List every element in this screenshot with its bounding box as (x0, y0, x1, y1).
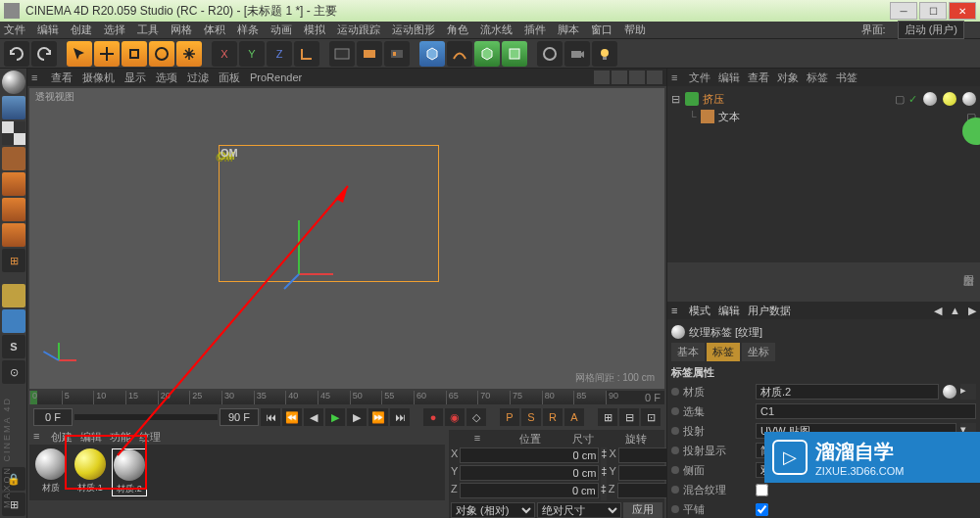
mat-tab-edit[interactable]: 编辑 (80, 430, 102, 445)
vp-nav-icon[interactable] (594, 71, 610, 84)
menu-file[interactable]: 文件 (4, 23, 25, 37)
attr-nav-prev-icon[interactable]: ◀ (934, 305, 942, 317)
object-name[interactable]: 挤压 (703, 92, 724, 107)
attr-anim-dot-icon[interactable] (671, 486, 679, 494)
vp-nav-icon[interactable] (629, 71, 645, 84)
vp-nav-icon[interactable] (647, 71, 662, 84)
vp-tab-display[interactable]: 显示 (124, 71, 146, 85)
om-tab-view[interactable]: 查看 (748, 71, 769, 85)
material-item[interactable]: 材质.2 (112, 448, 147, 496)
pb-opt3-button[interactable]: ⊡ (641, 408, 661, 426)
vp-tab-filter[interactable]: 过滤 (187, 71, 209, 85)
menu-simulate[interactable]: 模拟 (304, 23, 325, 37)
vp-tab-prorender[interactable]: ProRender (250, 71, 302, 83)
layout-select[interactable]: 启动 (用户) (898, 21, 964, 39)
edge-mode-button[interactable] (2, 198, 25, 221)
object-row-text[interactable]: └ 文本 ▢ (671, 108, 976, 125)
menu-volume[interactable]: 体积 (204, 23, 225, 37)
point-mode-button[interactable] (2, 172, 25, 196)
autokey-button[interactable]: ◉ (445, 408, 465, 426)
attr-nav-next-icon[interactable]: ▶ (968, 305, 976, 317)
render-view-button[interactable] (329, 41, 355, 67)
attr-anim-dot-icon[interactable] (671, 466, 679, 474)
vp-tab-options[interactable]: 选项 (156, 71, 177, 85)
menu-window[interactable]: 窗口 (591, 23, 612, 37)
menu-help[interactable]: 帮助 (624, 23, 646, 37)
menu-select[interactable]: 选择 (104, 23, 125, 37)
pb-opt1-button[interactable]: ⊞ (598, 408, 617, 426)
light-button[interactable] (592, 41, 617, 67)
texture-tag-icon[interactable] (943, 92, 956, 106)
next-key-button[interactable]: ⏩ (368, 408, 388, 426)
key-param-button[interactable]: A (564, 408, 584, 426)
attr-tab-mode[interactable]: 模式 (689, 304, 710, 318)
object-axis-gizmo[interactable] (279, 215, 338, 294)
attr-checkbox[interactable] (756, 484, 768, 496)
menu-pipeline[interactable]: 流水线 (480, 23, 513, 37)
attr-nav-up-icon[interactable]: ▲ (950, 305, 960, 316)
coord-pos-input[interactable] (460, 447, 599, 463)
attr-anim-dot-icon[interactable] (671, 505, 679, 513)
viewport-perspective[interactable]: 透视视图 OM 网格间距 : 100 cm (29, 88, 664, 389)
attr-picker-button[interactable]: ▸ (960, 384, 976, 400)
object-manager[interactable]: ⊟ 挤压 ▢ ✓ └ 文本 ▢ (667, 86, 980, 262)
tweak-mode-button[interactable] (2, 284, 25, 307)
attr-anim-dot-icon[interactable] (671, 407, 679, 415)
om-tab-tags[interactable]: 标签 (807, 71, 828, 85)
workplane-button[interactable] (2, 147, 25, 170)
om-tab-objects[interactable]: 对象 (777, 71, 799, 85)
snap-button[interactable]: S (2, 335, 25, 358)
om-tab-file[interactable]: 文件 (689, 71, 710, 85)
key-pos-button[interactable]: P (500, 408, 519, 426)
menu-mesh[interactable]: 网格 (171, 23, 192, 37)
coord-size-mode-select[interactable]: 绝对尺寸 (537, 502, 621, 518)
attr-tab-userdata[interactable]: 用户数据 (748, 304, 791, 318)
attr-subtab[interactable]: 坐标 (742, 343, 775, 361)
vp-nav-icon[interactable] (612, 71, 627, 84)
recent-tool[interactable] (176, 41, 202, 67)
object-row-extrude[interactable]: ⊟ 挤压 ▢ ✓ (671, 90, 976, 108)
menu-script[interactable]: 脚本 (558, 23, 579, 37)
vp-tab-panel[interactable]: 面板 (219, 71, 240, 85)
spinner-icon[interactable]: ‡ (601, 483, 607, 500)
prev-frame-button[interactable]: ◀ (304, 408, 323, 426)
spline-tool-button[interactable] (447, 41, 472, 67)
coord-system-button[interactable] (294, 41, 319, 67)
render-settings-button[interactable] (384, 41, 410, 67)
undo-button[interactable] (4, 41, 29, 67)
make-editable-button[interactable] (2, 71, 25, 94)
prev-key-button[interactable]: ⏪ (282, 408, 302, 426)
play-button[interactable]: ▶ (325, 408, 345, 426)
polygon-mode-button[interactable] (2, 223, 25, 247)
goto-start-button[interactable]: ⏮ (261, 408, 280, 426)
next-frame-button[interactable]: ▶ (347, 408, 367, 426)
menu-edit[interactable]: 编辑 (37, 23, 59, 37)
material-item[interactable]: 材质.1 (73, 448, 108, 496)
axis-x-button[interactable]: X (212, 41, 237, 67)
timeline-ruler[interactable]: 051015202530354045505560657075808590 0 F (29, 391, 664, 404)
environment-button[interactable] (537, 41, 563, 67)
attr-anim-dot-icon[interactable] (671, 447, 679, 454)
spinner-icon[interactable]: ‡ (601, 447, 607, 465)
move-tool[interactable] (94, 41, 120, 67)
spinner-icon[interactable]: ‡ (601, 465, 607, 483)
material-item[interactable]: 材质 (33, 448, 69, 496)
rotate-tool[interactable] (149, 41, 174, 67)
attr-subtab[interactable]: 标签 (707, 343, 740, 361)
menu-tools[interactable]: 工具 (137, 23, 159, 37)
coord-mode-select[interactable]: 对象 (相对) (451, 502, 535, 518)
camera-button[interactable] (564, 41, 590, 67)
cube-primitive-button[interactable] (419, 41, 445, 67)
coord-pos-input[interactable] (460, 465, 599, 481)
menu-character[interactable]: 角色 (447, 23, 468, 37)
keyframe-sel-button[interactable]: ◇ (466, 408, 486, 426)
tree-collapse-icon[interactable]: ⊟ (671, 93, 681, 106)
menu-mograph[interactable]: 运动图形 (392, 23, 435, 37)
menu-plugins[interactable]: 插件 (524, 23, 546, 37)
minimize-button[interactable]: ─ (890, 2, 917, 20)
pb-opt2-button[interactable]: ⊟ (619, 408, 639, 426)
workplane-snap-button[interactable]: ⊙ (2, 360, 25, 384)
coord-pos-input[interactable] (460, 483, 599, 498)
axis-mode-button[interactable]: ⊞ (2, 249, 25, 272)
vp-tab-camera[interactable]: 摄像机 (82, 71, 115, 85)
